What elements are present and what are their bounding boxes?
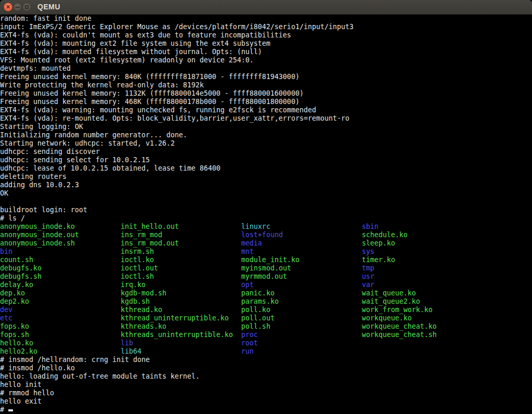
window-title: QEMU <box>37 0 60 15</box>
console-line: hello.ko lib root <box>0 339 532 347</box>
console-text: OK <box>0 189 8 197</box>
console-text: Freeing unused kernel memory: 468K (ffff… <box>0 98 299 106</box>
console-line: deleting routers <box>0 173 532 181</box>
console-line: # insmod /hello.ko <box>0 364 532 372</box>
minimize-icon <box>16 7 20 8</box>
console-line: Freeing unused kernel memory: 1132K (fff… <box>0 89 532 98</box>
console-line: EXT4-fs (vda): mounted filesystem withou… <box>0 48 532 56</box>
console-text: udhcpc: sending select for 10.0.2.15 <box>0 156 150 164</box>
console-line: Freeing unused kernel memory: 840K (ffff… <box>0 73 532 81</box>
file-entry: dev <box>0 306 121 314</box>
file-entry: usr <box>362 273 483 280</box>
file-entry: fops.sh <box>0 331 121 339</box>
console-line: input: ImExPS/2 Generic Explorer Mouse a… <box>0 23 532 31</box>
file-entry: etc <box>0 314 121 322</box>
console-text: EXT4-fs (vda): couldn't mount as ext3 du… <box>0 31 291 39</box>
titlebar: ✕ QEMU <box>0 0 532 15</box>
console-text: Starting network: udhcpc: started, v1.26… <box>0 139 175 147</box>
console-line: dep2.ko kgdb.sh params.ko wait_queue2.ko <box>0 297 532 306</box>
console-line: hello init <box>0 381 532 389</box>
console-text: Starting logging: OK <box>0 123 83 131</box>
console-text: Freeing unused kernel memory: 1132K (fff… <box>0 89 303 97</box>
console-line: udhcpc: sending discover <box>0 148 532 156</box>
close-button[interactable]: ✕ <box>4 3 12 11</box>
console-text: hello init <box>0 381 42 389</box>
file-entry: irq.ko <box>121 281 241 289</box>
console-line: OK <box>0 189 532 198</box>
console-text: buildroot login: root <box>0 206 87 214</box>
console-text: random: fast init done <box>0 15 91 22</box>
file-entry: wait_queue2.ko <box>362 297 483 305</box>
console-line: debugfs.ko ioctl.out myinsmod.out tmp <box>0 264 532 273</box>
console-line: debugfs.sh ioctl.sh myrmmod.out usr <box>0 273 532 281</box>
console-text: hello exit <box>0 397 42 405</box>
file-entry: proc <box>241 331 362 339</box>
console-line: Starting network: udhcpc: started, v1.26… <box>0 139 532 148</box>
console-line: devtmpfs: mounted <box>0 64 532 73</box>
console-line: Write protecting the kernel read-only da… <box>0 81 532 89</box>
console-text: Initializing random number generator... … <box>0 131 187 139</box>
console-line: dev kthread.ko poll.ko work_from_work.ko <box>0 306 532 314</box>
file-entry: sleep.ko <box>362 239 483 247</box>
console-text: # ls / <box>0 214 25 222</box>
file-entry: myrmmod.out <box>241 273 362 280</box>
file-entry: ins_rm_mod <box>121 231 241 239</box>
file-entry: insrm.sh <box>121 248 241 255</box>
console-text: Write protecting the kernel read-only da… <box>0 81 204 89</box>
console-line: dep.ko kgdb-mod.sh panic.ko wait_queue.k… <box>0 289 532 297</box>
file-entry: myinsmod.out <box>241 264 362 272</box>
console-text: udhcpc: sending discover <box>0 148 100 156</box>
shell-prompt: # <box>0 406 8 413</box>
file-entry: var <box>362 281 483 289</box>
console-text: EXT4-fs (vda): re-mounted. Opts: block_v… <box>0 114 349 122</box>
file-entry: poll.out <box>241 314 362 322</box>
file-entry: sbin <box>362 223 483 230</box>
file-entry: count.sh <box>0 256 121 264</box>
file-entry: anonymous_inode.out <box>0 231 121 239</box>
console-line: random: fast init done <box>0 15 532 23</box>
file-entry: delay.ko <box>0 281 121 289</box>
console-line: delay.ko irq.ko opt var <box>0 281 532 289</box>
file-entry: fops.ko <box>0 322 121 330</box>
console-text: EXT4-fs (vda): mounting ext2 file system… <box>0 40 270 47</box>
file-entry: linuxrc <box>241 223 362 230</box>
console-line: Initializing random number generator... … <box>0 131 532 139</box>
console-line: Freeing unused kernel memory: 468K (ffff… <box>0 98 532 106</box>
file-entry: lost+found <box>241 231 362 239</box>
file-entry: work_from_work.ko <box>362 306 483 314</box>
console-line: anonymous_inode.ko init_hello.out linuxr… <box>0 223 532 231</box>
file-entry: init_hello.out <box>121 223 241 230</box>
minimize-button[interactable] <box>13 3 22 11</box>
console-line: # insmod /hellrandom: crng init done <box>0 356 532 364</box>
console-line: EXT4-fs (vda): mounting ext2 file system… <box>0 40 532 48</box>
file-entry: run <box>241 347 362 355</box>
console-line: buildroot login: root <box>0 206 532 214</box>
file-entry: ioctl.out <box>121 264 241 272</box>
maximize-button[interactable] <box>22 3 31 11</box>
console-line: count.sh ioctl.ko module_init.ko timer.k… <box>0 256 532 264</box>
file-entry: lib <box>121 339 241 347</box>
file-entry: dep.ko <box>0 289 121 297</box>
file-entry: lib64 <box>121 347 241 355</box>
file-entry: sys <box>362 248 483 255</box>
console-line: adding dns 10.0.2.3 <box>0 181 532 189</box>
console-line: # <box>0 406 532 414</box>
console-line: hello2.ko lib64 run <box>0 347 532 356</box>
file-entry: kthreads.ko <box>121 322 241 330</box>
console-line: EXT4-fs (vda): re-mounted. Opts: block_v… <box>0 114 532 123</box>
file-entry: workqueue.ko <box>362 314 483 322</box>
console-line: hello exit <box>0 397 532 406</box>
file-entry: debugfs.sh <box>0 273 121 280</box>
console-text: EXT4-fs (vda): warning: mounting uncheck… <box>0 106 316 114</box>
file-entry: mnt <box>241 248 362 255</box>
console-text: # insmod /hellrandom: crng init done <box>0 356 150 364</box>
console-line: etc kthread_uninterruptible.ko poll.out … <box>0 314 532 322</box>
file-entry: ioctl.ko <box>121 256 241 264</box>
file-entry: anonymous_inode.sh <box>0 239 121 247</box>
file-entry: hello2.ko <box>0 347 121 355</box>
console-line: EXT4-fs (vda): warning: mounting uncheck… <box>0 106 532 114</box>
console-text: udhcpc: lease of 10.0.2.15 obtained, lea… <box>0 164 220 172</box>
console-text: EXT4-fs (vda): mounted filesystem withou… <box>0 48 262 56</box>
console-text: adding dns 10.0.2.3 <box>0 181 79 189</box>
console-line: hello: loading out-of-tree module taints… <box>0 372 532 381</box>
